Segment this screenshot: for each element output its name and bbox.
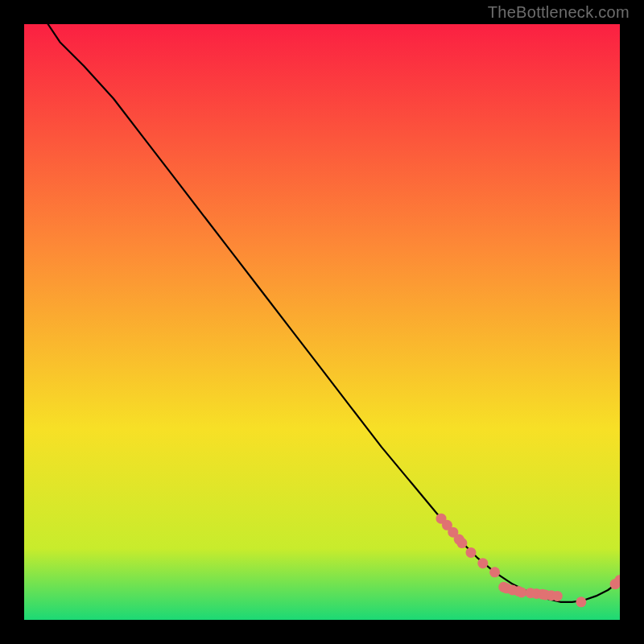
data-marker xyxy=(466,547,477,558)
data-marker xyxy=(489,567,500,577)
watermark-text: TheBottleneck.com xyxy=(488,3,630,22)
data-marker xyxy=(576,597,586,607)
chart-stage: TheBottleneck.com xyxy=(0,0,644,644)
gradient-bg xyxy=(24,24,620,620)
plot-area xyxy=(24,24,620,620)
data-marker xyxy=(516,587,526,597)
data-marker xyxy=(456,538,467,548)
data-marker xyxy=(477,558,488,568)
chart-svg xyxy=(24,24,620,620)
data-marker xyxy=(552,591,563,601)
